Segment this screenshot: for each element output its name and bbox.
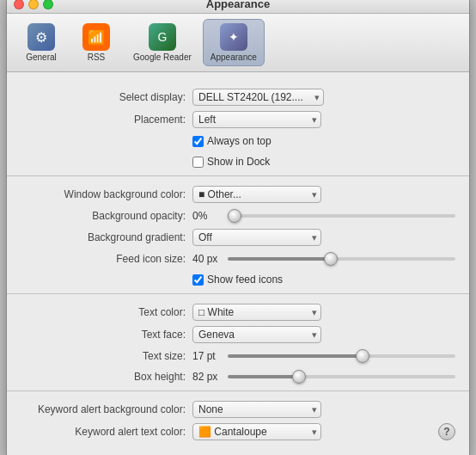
show-in-dock-row: Show in Dock xyxy=(7,151,469,172)
text-color-select[interactable]: □ White xyxy=(192,304,321,321)
text-color-label: Text color: xyxy=(21,306,192,318)
toolbar-item-general[interactable]: ⚙ General xyxy=(15,19,67,66)
bg-opacity-slider[interactable] xyxy=(228,214,455,218)
box-height-label: Box height: xyxy=(21,371,192,383)
feed-icon-size-slider[interactable] xyxy=(228,257,455,261)
content-area: Select display: DELL ST2420L (192.... Pl… xyxy=(7,72,469,455)
bg-gradient-row: Background gradient: Off xyxy=(7,226,469,249)
window-title: Appearance xyxy=(206,0,270,10)
show-in-dock-checkbox-label[interactable]: Show in Dock xyxy=(192,156,270,168)
keyword-alert-bg-wrapper: None xyxy=(192,401,321,418)
box-height-row: Box height: 82 px xyxy=(7,366,469,387)
toolbar-label-appearance: Appearance xyxy=(211,52,257,62)
show-in-dock-checkbox[interactable] xyxy=(192,157,204,168)
box-height-value: 82 px xyxy=(192,371,223,383)
window-bg-color-label: Window background color: xyxy=(21,188,192,200)
show-feed-icons-checkbox-label[interactable]: Show feed icons xyxy=(192,274,283,286)
select-display-label: Select display: xyxy=(21,91,192,103)
help-button[interactable]: ? xyxy=(438,423,455,440)
close-button[interactable] xyxy=(14,0,24,9)
window-bg-color-select[interactable]: ■ Other... xyxy=(192,186,321,203)
toolbar-item-google-reader[interactable]: G Google Reader xyxy=(125,19,199,66)
feed-icon-size-row: Feed icon size: 40 px xyxy=(7,249,469,269)
placement-row: Placement: Left xyxy=(7,108,469,131)
placement-wrapper: Left xyxy=(192,111,321,128)
toolbar-item-rss[interactable]: 📶 RSS xyxy=(70,19,122,66)
select-display-control: DELL ST2420L (192.... xyxy=(192,89,455,106)
keyword-alert-bg-select[interactable]: None xyxy=(192,401,321,418)
general-icon: ⚙ xyxy=(27,23,55,51)
text-face-control: Geneva xyxy=(192,326,455,343)
keyword-alert-text-row: Keyword alert text color: 🟧 Cantaloupe ? xyxy=(7,421,469,443)
show-in-dock-control: Show in Dock xyxy=(192,156,455,168)
text-size-control: 17 pt xyxy=(192,350,455,362)
show-feed-icons-row: Show feed icons xyxy=(7,269,469,290)
always-on-top-control: Always on top xyxy=(192,135,455,147)
text-color-row: Text color: □ White xyxy=(7,301,469,323)
show-in-dock-text: Show in Dock xyxy=(207,156,270,168)
text-size-value: 17 pt xyxy=(192,350,223,362)
minimize-button[interactable] xyxy=(28,0,39,9)
show-feed-icons-text: Show feed icons xyxy=(207,274,283,286)
feed-icon-size-label: Feed icon size: xyxy=(21,253,192,265)
keyword-alert-text-left: Keyword alert text color: 🟧 Cantaloupe xyxy=(21,423,438,440)
always-on-top-text: Always on top xyxy=(207,135,272,147)
window-bg-color-wrapper: ■ Other... xyxy=(192,186,321,203)
window-bg-color-row: Window background color: ■ Other... xyxy=(7,183,469,206)
main-window: Appearance ⚙ General 📶 RSS G Google Read… xyxy=(6,0,470,455)
text-color-control: □ White xyxy=(192,304,455,321)
bg-opacity-row: Background opacity: 0% xyxy=(7,206,469,226)
bg-gradient-control: Off xyxy=(192,229,455,246)
display-section: Select display: DELL ST2420L (192.... Pl… xyxy=(7,83,469,176)
keyword-alert-text-control: 🟧 Cantaloupe xyxy=(192,423,438,440)
text-size-row: Text size: 17 pt xyxy=(7,346,469,366)
window-bg-color-control: ■ Other... xyxy=(192,186,455,203)
text-face-wrapper: Geneva xyxy=(192,326,321,343)
box-height-control: 82 px xyxy=(192,371,455,383)
keyword-section: Keyword alert background color: None Key… xyxy=(7,395,469,446)
placement-label: Placement: xyxy=(21,114,192,126)
bg-opacity-label: Background opacity: xyxy=(21,210,192,222)
box-height-slider[interactable] xyxy=(228,375,455,378)
keyword-alert-bg-label: Keyword alert background color: xyxy=(21,403,192,415)
keyword-alert-text-wrapper: 🟧 Cantaloupe xyxy=(192,423,321,440)
background-section: Window background color: ■ Other... Back… xyxy=(7,180,469,294)
text-section: Text color: □ White Text face: Geneva xyxy=(7,298,469,391)
rss-icon: 📶 xyxy=(82,23,110,51)
text-face-select[interactable]: Geneva xyxy=(192,326,321,343)
toolbar-label-rss: RSS xyxy=(88,52,106,62)
traffic-lights xyxy=(14,0,53,9)
text-face-row: Text face: Geneva xyxy=(7,323,469,346)
show-feed-icons-checkbox[interactable] xyxy=(192,274,204,286)
select-display-select[interactable]: DELL ST2420L (192.... xyxy=(192,89,324,106)
bg-gradient-select[interactable]: Off xyxy=(192,229,321,246)
text-face-label: Text face: xyxy=(21,329,192,341)
toolbar: ⚙ General 📶 RSS G Google Reader ✦ Appear… xyxy=(7,14,469,72)
placement-select[interactable]: Left xyxy=(192,111,321,128)
toolbar-label-google-reader: Google Reader xyxy=(133,52,192,62)
text-size-slider[interactable] xyxy=(228,354,455,358)
google-reader-icon: G xyxy=(149,23,176,51)
keyword-alert-bg-control: None xyxy=(192,401,455,418)
always-on-top-checkbox[interactable] xyxy=(192,136,204,147)
text-size-label: Text size: xyxy=(21,350,192,362)
select-display-row: Select display: DELL ST2420L (192.... xyxy=(7,86,469,108)
maximize-button[interactable] xyxy=(43,0,53,9)
appearance-icon: ✦ xyxy=(220,23,247,51)
keyword-alert-text-select[interactable]: 🟧 Cantaloupe xyxy=(192,423,321,440)
feed-icon-size-control: 40 px xyxy=(192,253,455,265)
toolbar-label-general: General xyxy=(26,52,57,62)
show-feed-icons-control: Show feed icons xyxy=(192,274,455,286)
always-on-top-checkbox-label[interactable]: Always on top xyxy=(192,135,272,147)
bg-opacity-value: 0% xyxy=(192,210,223,222)
keyword-alert-bg-row: Keyword alert background color: None xyxy=(7,398,469,421)
toolbar-item-appearance[interactable]: ✦ Appearance xyxy=(203,19,265,66)
titlebar: Appearance xyxy=(7,0,469,14)
placement-control: Left xyxy=(192,111,455,128)
bg-gradient-wrapper: Off xyxy=(192,229,321,246)
text-color-wrapper: □ White xyxy=(192,304,321,321)
feed-icon-size-value: 40 px xyxy=(192,253,223,265)
bg-gradient-label: Background gradient: xyxy=(21,231,192,243)
select-display-wrapper: DELL ST2420L (192.... xyxy=(192,89,324,106)
keyword-alert-text-label: Keyword alert text color: xyxy=(21,426,192,438)
